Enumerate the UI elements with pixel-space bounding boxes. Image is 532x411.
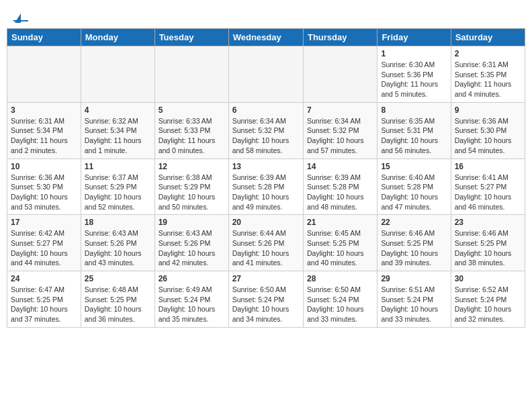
day-number: 11 <box>85 162 151 171</box>
day-info: Sunrise: 6:51 AMSunset: 5:24 PMDaylight:… <box>381 285 447 324</box>
weekday-header-wednesday: Wednesday <box>228 29 303 46</box>
day-info: Sunrise: 6:34 AMSunset: 5:32 PMDaylight:… <box>232 116 300 156</box>
week-row-4: 17Sunrise: 6:42 AMSunset: 5:27 PMDayligh… <box>7 215 525 271</box>
day-info: Sunrise: 6:49 AMSunset: 5:24 PMDaylight:… <box>159 285 225 324</box>
calendar-cell: 28Sunrise: 6:50 AMSunset: 5:24 PMDayligh… <box>303 271 377 328</box>
day-number: 23 <box>455 218 521 227</box>
calendar-cell: 14Sunrise: 6:39 AMSunset: 5:28 PMDayligh… <box>303 158 377 215</box>
day-info: Sunrise: 6:30 AMSunset: 5:36 PMDaylight:… <box>381 60 447 99</box>
day-info: Sunrise: 6:37 AMSunset: 5:29 PMDaylight:… <box>85 173 151 212</box>
weekday-header-friday: Friday <box>378 29 451 46</box>
calendar-cell: 5Sunrise: 6:33 AMSunset: 5:33 PMDaylight… <box>154 102 228 158</box>
calendar-table: SundayMondayTuesdayWednesdayThursdayFrid… <box>7 28 525 328</box>
day-number: 4 <box>85 105 151 115</box>
calendar-cell: 16Sunrise: 6:41 AMSunset: 5:27 PMDayligh… <box>451 158 525 215</box>
day-info: Sunrise: 6:43 AMSunset: 5:26 PMDaylight:… <box>159 228 225 268</box>
calendar-cell <box>7 46 81 103</box>
day-info: Sunrise: 6:32 AMSunset: 5:34 PMDaylight:… <box>85 116 151 156</box>
calendar-cell: 3Sunrise: 6:31 AMSunset: 5:34 PMDaylight… <box>7 102 81 158</box>
calendar-cell: 25Sunrise: 6:48 AMSunset: 5:25 PMDayligh… <box>81 271 154 328</box>
calendar-cell: 15Sunrise: 6:40 AMSunset: 5:28 PMDayligh… <box>378 158 451 215</box>
day-number: 22 <box>381 218 447 227</box>
week-row-5: 24Sunrise: 6:47 AMSunset: 5:25 PMDayligh… <box>7 271 525 328</box>
calendar-cell: 1Sunrise: 6:30 AMSunset: 5:36 PMDaylight… <box>378 46 451 103</box>
calendar-cell <box>303 46 377 103</box>
calendar-cell: 2Sunrise: 6:31 AMSunset: 5:35 PMDaylight… <box>451 46 525 103</box>
calendar-page: SundayMondayTuesdayWednesdayThursdayFrid… <box>7 7 525 328</box>
day-number: 20 <box>232 218 300 227</box>
logo <box>13 13 30 21</box>
calendar-cell: 21Sunrise: 6:45 AMSunset: 5:25 PMDayligh… <box>303 215 377 271</box>
calendar-cell: 23Sunrise: 6:46 AMSunset: 5:25 PMDayligh… <box>451 215 525 271</box>
calendar-cell: 11Sunrise: 6:37 AMSunset: 5:29 PMDayligh… <box>81 158 154 215</box>
day-number: 14 <box>307 162 373 171</box>
calendar-cell: 27Sunrise: 6:50 AMSunset: 5:24 PMDayligh… <box>228 271 303 328</box>
day-info: Sunrise: 6:52 AMSunset: 5:24 PMDaylight:… <box>455 285 521 324</box>
calendar-cell: 4Sunrise: 6:32 AMSunset: 5:34 PMDaylight… <box>81 102 154 158</box>
day-info: Sunrise: 6:38 AMSunset: 5:29 PMDaylight:… <box>159 173 225 212</box>
day-number: 21 <box>307 218 373 227</box>
weekday-header-tuesday: Tuesday <box>154 29 228 46</box>
day-info: Sunrise: 6:46 AMSunset: 5:25 PMDaylight:… <box>455 228 521 268</box>
day-number: 12 <box>159 162 225 171</box>
day-info: Sunrise: 6:48 AMSunset: 5:25 PMDaylight:… <box>85 285 151 324</box>
calendar-cell <box>81 46 154 103</box>
day-number: 9 <box>455 105 521 115</box>
calendar-cell <box>228 46 303 103</box>
day-info: Sunrise: 6:44 AMSunset: 5:26 PMDaylight:… <box>232 228 300 268</box>
calendar-cell: 17Sunrise: 6:42 AMSunset: 5:27 PMDayligh… <box>7 215 81 271</box>
day-number: 8 <box>381 105 447 115</box>
calendar-cell: 20Sunrise: 6:44 AMSunset: 5:26 PMDayligh… <box>228 215 303 271</box>
day-number: 24 <box>11 274 77 283</box>
day-info: Sunrise: 6:34 AMSunset: 5:32 PMDaylight:… <box>307 116 373 156</box>
logo-line-icon <box>13 20 28 21</box>
calendar-cell <box>154 46 228 103</box>
calendar-cell: 6Sunrise: 6:34 AMSunset: 5:32 PMDaylight… <box>228 102 303 158</box>
calendar-cell: 18Sunrise: 6:43 AMSunset: 5:26 PMDayligh… <box>81 215 154 271</box>
day-number: 15 <box>381 162 447 171</box>
day-info: Sunrise: 6:41 AMSunset: 5:27 PMDaylight:… <box>455 173 521 212</box>
day-info: Sunrise: 6:45 AMSunset: 5:25 PMDaylight:… <box>307 228 373 268</box>
weekday-header-saturday: Saturday <box>451 29 525 46</box>
weekday-header-thursday: Thursday <box>303 29 377 46</box>
calendar-cell: 19Sunrise: 6:43 AMSunset: 5:26 PMDayligh… <box>154 215 228 271</box>
day-number: 29 <box>381 274 447 283</box>
weekday-header-sunday: Sunday <box>7 29 81 46</box>
day-number: 30 <box>455 274 521 283</box>
day-info: Sunrise: 6:33 AMSunset: 5:33 PMDaylight:… <box>159 116 225 156</box>
calendar-cell: 10Sunrise: 6:36 AMSunset: 5:30 PMDayligh… <box>7 158 81 215</box>
calendar-cell: 22Sunrise: 6:46 AMSunset: 5:25 PMDayligh… <box>378 215 451 271</box>
calendar-cell: 30Sunrise: 6:52 AMSunset: 5:24 PMDayligh… <box>451 271 525 328</box>
calendar-cell: 8Sunrise: 6:35 AMSunset: 5:31 PMDaylight… <box>378 102 451 158</box>
day-info: Sunrise: 6:40 AMSunset: 5:28 PMDaylight:… <box>381 173 447 212</box>
day-number: 13 <box>232 162 300 171</box>
day-info: Sunrise: 6:46 AMSunset: 5:25 PMDaylight:… <box>381 228 447 268</box>
day-number: 7 <box>307 105 373 115</box>
day-number: 1 <box>381 49 447 58</box>
day-number: 25 <box>85 274 151 283</box>
calendar-cell: 13Sunrise: 6:39 AMSunset: 5:28 PMDayligh… <box>228 158 303 215</box>
calendar-cell: 12Sunrise: 6:38 AMSunset: 5:29 PMDayligh… <box>154 158 228 215</box>
day-info: Sunrise: 6:50 AMSunset: 5:24 PMDaylight:… <box>232 285 300 324</box>
day-info: Sunrise: 6:31 AMSunset: 5:34 PMDaylight:… <box>11 116 77 156</box>
day-number: 2 <box>455 49 521 58</box>
week-row-2: 3Sunrise: 6:31 AMSunset: 5:34 PMDaylight… <box>7 102 525 158</box>
week-row-1: 1Sunrise: 6:30 AMSunset: 5:36 PMDaylight… <box>7 46 525 103</box>
day-info: Sunrise: 6:50 AMSunset: 5:24 PMDaylight:… <box>307 285 373 324</box>
header <box>7 7 525 25</box>
weekday-header-row: SundayMondayTuesdayWednesdayThursdayFrid… <box>7 29 525 46</box>
calendar-cell: 26Sunrise: 6:49 AMSunset: 5:24 PMDayligh… <box>154 271 228 328</box>
day-number: 17 <box>11 218 77 227</box>
day-number: 28 <box>307 274 373 283</box>
day-number: 27 <box>232 274 300 283</box>
day-number: 26 <box>159 274 225 283</box>
day-info: Sunrise: 6:43 AMSunset: 5:26 PMDaylight:… <box>85 228 151 268</box>
calendar-cell: 9Sunrise: 6:36 AMSunset: 5:30 PMDaylight… <box>451 102 525 158</box>
day-info: Sunrise: 6:36 AMSunset: 5:30 PMDaylight:… <box>11 173 77 212</box>
day-info: Sunrise: 6:47 AMSunset: 5:25 PMDaylight:… <box>11 285 77 324</box>
day-info: Sunrise: 6:36 AMSunset: 5:30 PMDaylight:… <box>455 116 521 156</box>
day-number: 19 <box>159 218 225 227</box>
day-info: Sunrise: 6:35 AMSunset: 5:31 PMDaylight:… <box>381 116 447 156</box>
day-info: Sunrise: 6:39 AMSunset: 5:28 PMDaylight:… <box>232 173 300 212</box>
day-number: 10 <box>11 162 77 171</box>
